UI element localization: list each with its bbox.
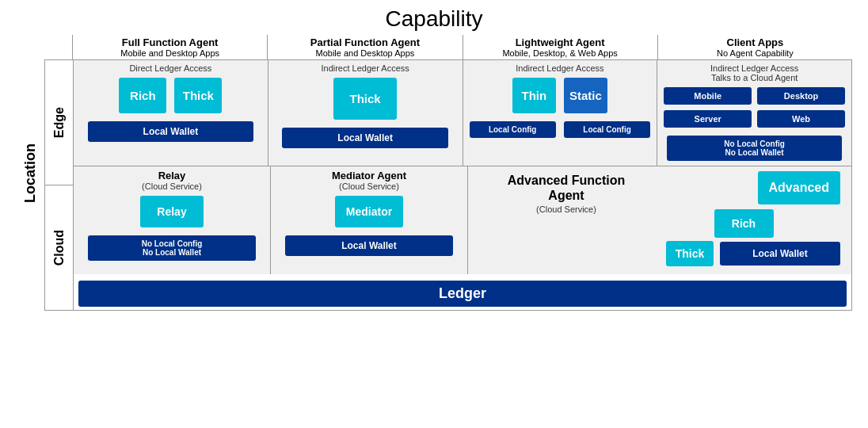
advanced-func-title: Advanced FunctionAgent [508, 173, 625, 203]
col2-title: Partial Function Agent [271, 36, 459, 48]
main-container: Capability Location Full Function Agent … [0, 0, 868, 428]
rich-box-col1: Rich [119, 78, 166, 113]
col-header-4: Client Apps No Agent Capability [658, 35, 852, 59]
mediator-box: Mediator [335, 196, 403, 227]
col1-title: Full Function Agent [76, 36, 264, 48]
col4-sub: No Agent Capability [661, 48, 849, 58]
page-title: Capability [16, 6, 852, 32]
edge-col4-cell: Indirect Ledger Access Talks to a Cloud … [657, 60, 851, 166]
relay-title: Relay [158, 170, 186, 182]
advanced-func-subtitle: (Cloud Service) [536, 204, 596, 214]
local-config-2-col3: Local Config [564, 121, 650, 138]
local-wallet-cloud: Local Wallet [720, 242, 840, 266]
server-box: Server [664, 110, 752, 128]
mediator-title: Mediator Agent [332, 170, 406, 182]
cloud-col34-cell: Advanced FunctionAgent (Cloud Service) A… [468, 166, 851, 274]
mediator-subtitle: (Cloud Service) [339, 182, 399, 191]
static-box-col3: Static [564, 78, 607, 113]
col1-sub: Mobile and Desktop Apps [76, 48, 264, 58]
no-local-config-box: No Local ConfigNo Local Wallet [667, 136, 842, 161]
col-header-1: Full Function Agent Mobile and Desktop A… [73, 35, 268, 59]
col3-title: Lightweight Agent [466, 36, 654, 48]
edge-col1-cell: Direct Ledger Access Rich Thick Local Wa… [74, 60, 268, 166]
col4-title: Client Apps [661, 36, 849, 48]
local-wallet-col1: Local Wallet [88, 121, 253, 142]
col-header-2: Partial Function Agent Mobile and Deskto… [268, 35, 463, 59]
col2-sub: Mobile and Desktop Apps [271, 48, 459, 58]
edge-label: Edge [52, 107, 67, 138]
web-box: Web [757, 110, 845, 128]
col-header-3: Lightweight Agent Mobile, Desktop, & Web… [463, 35, 658, 59]
edge-col3-cell: Indirect Ledger Access Thin Static Local… [463, 60, 658, 166]
local-wallet-col2: Local Wallet [282, 128, 447, 148]
location-label-col: Location [16, 35, 44, 311]
location-label: Location [22, 143, 39, 203]
col3-sub: Mobile, Desktop, & Web Apps [466, 48, 654, 58]
cloud-col1-cell: Relay (Cloud Service) Relay No Local Con… [74, 166, 271, 274]
thick-box-col1: Thick [174, 78, 222, 113]
edge-col2-cell: Indirect Ledger Access Thick Local Walle… [268, 60, 463, 166]
local-wallet-mediator: Local Wallet [285, 235, 453, 256]
local-config-1-col3: Local Config [470, 121, 556, 138]
thick-box-cloud: Thick [666, 241, 714, 266]
relay-subtitle: (Cloud Service) [142, 182, 202, 191]
advanced-box: Advanced [758, 171, 840, 204]
col1-access: Direct Ledger Access [78, 63, 263, 73]
column-headers: Full Function Agent Mobile and Desktop A… [44, 35, 852, 60]
col2-access: Indirect Ledger Access [273, 63, 458, 73]
desktop-box: Desktop [757, 87, 845, 105]
relay-box: Relay [140, 196, 204, 227]
cloud-col2-cell: Mediator Agent (Cloud Service) Mediator … [271, 166, 468, 274]
rich-box-cloud: Rich [714, 209, 774, 238]
col4-access: Indirect Ledger Access Talks to a Cloud … [662, 63, 847, 82]
mobile-box: Mobile [664, 87, 752, 105]
thin-box-col3: Thin [512, 78, 556, 113]
no-local-config-relay: No Local ConfigNo Local Wallet [88, 235, 256, 261]
cloud-label: Cloud [52, 230, 67, 266]
col3-access: Indirect Ledger Access [468, 63, 653, 73]
ledger-bar: Ledger [78, 281, 847, 307]
thick-box-col2: Thick [333, 78, 397, 120]
